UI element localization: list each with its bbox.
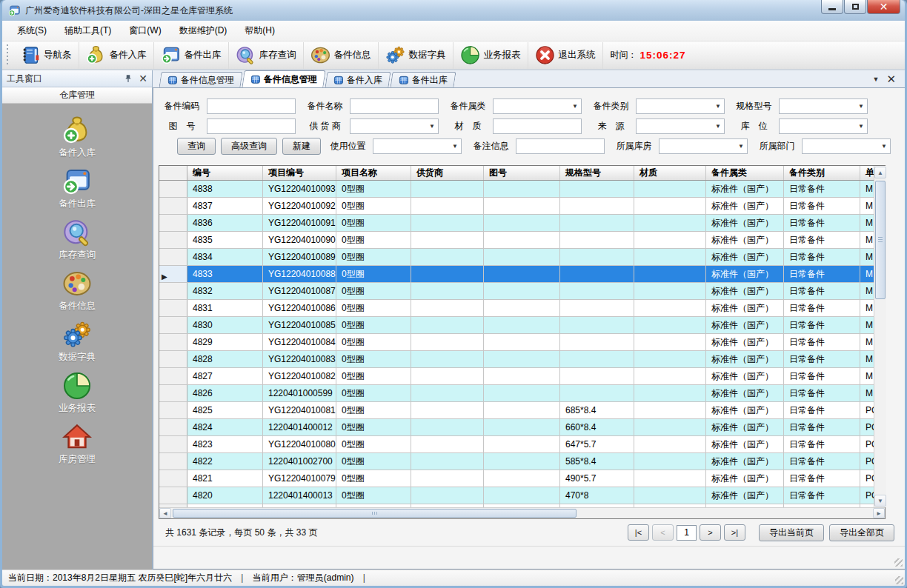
grid-header-cell[interactable]: 项目名称 [336, 166, 411, 180]
search-field-input[interactable] [207, 98, 296, 114]
row-selector[interactable] [159, 232, 187, 248]
search-field-input[interactable] [493, 118, 582, 134]
table-row[interactable]: 4833 YG12204010088 0型圈 标准件（国产） 日常备件 [159, 266, 874, 283]
horizontal-scrollbar-thumb[interactable] [173, 509, 577, 518]
grid-header-cell[interactable]: 图号 [484, 166, 560, 180]
new-button[interactable]: 新建 [282, 138, 321, 155]
search-field-input[interactable] [659, 138, 748, 154]
table-row[interactable]: 4835 YG12204010090 0型圈 标准件（国产） 日常备件 [159, 232, 874, 249]
search-field-input[interactable] [373, 138, 462, 154]
toolbar-button[interactable]: 备件信息 [303, 42, 378, 69]
restore-button[interactable] [844, 0, 866, 14]
dropdown-arrow-icon[interactable]: ▼ [712, 119, 724, 133]
menu-item[interactable]: 系统(S) [8, 21, 56, 40]
dropdown-arrow-icon[interactable]: ▼ [855, 99, 867, 113]
toolbar-button[interactable]: 导航条 [13, 42, 79, 69]
resize-grip-icon[interactable] [894, 558, 903, 567]
row-selector[interactable] [159, 334, 187, 350]
row-selector[interactable] [159, 487, 187, 504]
resize-grip-icon[interactable] [895, 576, 903, 584]
menu-item[interactable]: 数据维护(D) [170, 21, 236, 40]
pin-icon[interactable] [124, 74, 133, 83]
toolbar-button[interactable]: 退出系统 [528, 42, 602, 69]
search-field-input[interactable] [636, 98, 725, 114]
table-row[interactable]: 4828 YG12204010083 0型圈 标准件（国产） 日常备件 [159, 351, 874, 368]
tab-close-icon[interactable]: ✕ [886, 73, 896, 84]
dropdown-arrow-icon[interactable]: ▼ [426, 119, 438, 133]
search-field-input[interactable] [350, 98, 439, 114]
chevron-down-icon[interactable]: ▼ [873, 76, 880, 83]
toolbar-button[interactable]: 备件入库 [79, 42, 153, 69]
menu-item[interactable]: 窗口(W) [120, 21, 170, 40]
sidebar-item[interactable]: 备件入库 [33, 116, 122, 167]
table-row[interactable]: 4824 1220401400012 0型圈 660*8.4 标准件（国产） [159, 419, 874, 436]
dropdown-arrow-icon[interactable]: ▼ [712, 99, 724, 113]
sidebar-item[interactable]: 备件信息 [33, 269, 122, 320]
table-row[interactable]: 4838 YG12204010093 0型圈 标准件（国产） 日常备件 [159, 181, 874, 198]
dropdown-arrow-icon[interactable]: ▼ [735, 139, 747, 153]
row-selector[interactable] [159, 470, 187, 487]
horizontal-scrollbar[interactable]: ◄ ► [159, 507, 885, 518]
prev-page-button[interactable]: < [652, 524, 674, 541]
sidebar-item[interactable]: 库存查询 [33, 218, 122, 269]
search-field-input[interactable] [779, 118, 868, 134]
search-field-input[interactable] [350, 118, 439, 134]
search-field-input[interactable] [207, 118, 296, 134]
row-selector[interactable] [159, 317, 187, 333]
table-row[interactable]: 4821 YG12204010079 0型圈 490*5.7 标准件（国产） [159, 470, 874, 487]
toolbar-button[interactable]: 数据字典 [378, 42, 453, 69]
row-selector[interactable] [159, 419, 187, 435]
table-row[interactable]: 4836 YG12204010091 0型圈 标准件（国产） 日常备件 [159, 215, 874, 232]
toolbar-drag-grip[interactable] [6, 44, 11, 67]
toolbar-button[interactable]: 库存查询 [228, 42, 303, 69]
row-selector[interactable] [159, 181, 187, 197]
table-row[interactable]: 4829 YG12204010084 0型圈 标准件（国产） 日常备件 [159, 334, 874, 351]
row-selector[interactable] [159, 402, 187, 418]
close-button[interactable]: ✕ [867, 0, 900, 14]
search-field-input[interactable] [802, 138, 891, 154]
table-row[interactable]: 4832 YG12204010087 0型圈 标准件（国产） 日常备件 [159, 283, 874, 300]
grid-header-cell[interactable]: 备件类别 [784, 166, 860, 180]
scroll-left-icon[interactable]: ◄ [159, 508, 171, 518]
row-selector[interactable] [159, 504, 187, 507]
scroll-right-icon[interactable]: ► [873, 508, 885, 518]
row-selector[interactable] [159, 453, 187, 470]
table-row[interactable]: 4837 YG12204010092 0型圈 标准件（国产） 日常备件 [159, 198, 874, 215]
row-selector[interactable] [159, 368, 187, 384]
row-selector[interactable] [159, 351, 187, 367]
sidebar-item[interactable]: 备件出库 [33, 167, 122, 218]
dropdown-arrow-icon[interactable]: ▼ [878, 139, 890, 153]
table-row[interactable]: 4820 1220401400013 0型圈 470*8 标准件（国产） [159, 487, 874, 504]
export-all-pages-button[interactable]: 导出全部页 [829, 524, 894, 541]
document-tab[interactable]: 备件入库 [325, 72, 391, 87]
menu-item[interactable]: 辅助工具(T) [56, 21, 120, 40]
search-field-input[interactable] [636, 118, 725, 134]
grid-header-cell[interactable]: 材质 [634, 166, 706, 180]
search-field-input[interactable] [493, 98, 582, 114]
row-selector[interactable] [159, 283, 187, 299]
grid-header-cell[interactable]: 项目编号 [263, 166, 336, 180]
grid-header-cell[interactable]: 规格型号 [560, 166, 634, 180]
table-row[interactable]: 4834 YG12204010089 0型圈 标准件（国产） 日常备件 [159, 249, 874, 266]
page-number-input[interactable] [677, 525, 697, 541]
sidebar-item[interactable]: 库房管理 [33, 422, 122, 473]
sidebar-close-icon[interactable]: ✕ [139, 73, 147, 84]
table-row[interactable]: 4831 YG12204010086 0型圈 标准件（国产） 日常备件 [159, 300, 874, 317]
scroll-down-icon[interactable]: ▼ [874, 495, 886, 507]
dropdown-arrow-icon[interactable]: ▼ [569, 99, 581, 113]
menu-item[interactable]: 帮助(H) [236, 21, 284, 40]
grid-header-cell[interactable]: 供货商 [411, 166, 484, 180]
first-page-button[interactable]: |< [628, 524, 649, 541]
toolbar-button[interactable]: 备件出库 [153, 42, 228, 69]
toolbar-button[interactable]: 业务报表 [453, 42, 528, 69]
vertical-scrollbar[interactable]: ▲ ▼ [874, 166, 886, 507]
grid-header-cell[interactable]: 编号 [187, 166, 263, 180]
query-button[interactable]: 查询 [177, 138, 216, 155]
dropdown-arrow-icon[interactable]: ▼ [449, 139, 461, 153]
row-selector[interactable] [159, 215, 187, 231]
sidebar-group-header[interactable]: 仓库管理 [2, 87, 152, 104]
advanced-query-button[interactable]: 高级查询 [221, 138, 277, 155]
sidebar-item[interactable]: 业务报表 [33, 371, 122, 422]
table-row[interactable]: 4822 1220401002700 0型圈 585*8.4 标准件（国产） [159, 453, 874, 470]
table-row[interactable]: 4826 1220401000599 0型圈 标准件（国产） 日常备件 [159, 385, 874, 402]
